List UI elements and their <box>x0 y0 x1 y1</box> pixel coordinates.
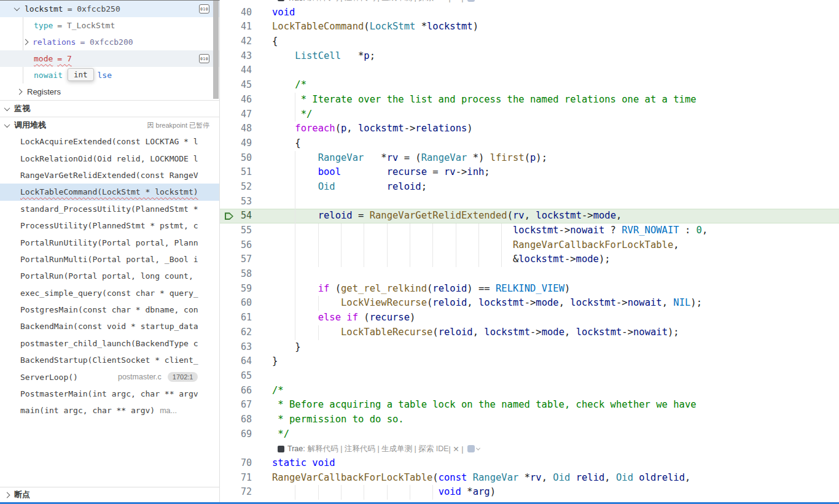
codelens-menu-icon[interactable] <box>467 0 475 2</box>
code-line[interactable]: 43 ListCell *p; <box>220 49 839 64</box>
variable-row[interactable]: relations= 0xfccb200 <box>0 34 219 50</box>
codelens-actions[interactable]: 解释代码 | 注释代码 | 生成单测 | 探索 IDE <box>308 444 449 454</box>
line-number: 72 <box>220 485 252 500</box>
code-line[interactable]: 53 <box>220 195 839 209</box>
chevron-down-icon[interactable] <box>14 5 20 11</box>
binary-view-icon[interactable]: 010 <box>199 54 209 63</box>
line-number: 69 <box>220 427 252 442</box>
code-text: /* <box>272 384 839 398</box>
line-number: 65 <box>220 369 252 384</box>
indent-guide <box>295 209 295 223</box>
callstack-frame[interactable]: BackendMain(const void * startup_data <box>0 318 219 335</box>
callstack-frame[interactable]: postmaster_child_launch(BackendType c <box>0 335 219 352</box>
code-line[interactable]: 46 * Iterate over the list and process t… <box>220 93 839 107</box>
code-line[interactable]: 58 <box>220 267 839 282</box>
code-line[interactable]: 67 * Before acquiring a table lock on th… <box>220 398 839 413</box>
code-line[interactable]: 56 RangeVarCallbackForLockTable, <box>220 238 839 253</box>
code-line[interactable]: 41LockTableCommand(LockStmt *lockstmt) <box>220 20 839 34</box>
code-line[interactable]: 63 } <box>220 340 839 355</box>
code-text: RangeVar *rv = (RangeVar *) lfirst(p); <box>272 151 839 166</box>
indent-guide <box>341 485 341 500</box>
code-line[interactable]: 70static void <box>220 456 839 471</box>
code-line[interactable]: 40void <box>220 6 839 20</box>
callstack-frame[interactable]: standard_ProcessUtility(PlannedStmt * <box>0 201 219 217</box>
registers-row[interactable]: Registers <box>0 83 219 100</box>
callstack-frame[interactable]: PortalRunMulti(Portal portal, _Bool i <box>0 251 219 268</box>
codelens-close-icon[interactable]: | ✕ | <box>449 0 464 2</box>
line-number: 45 <box>220 78 252 93</box>
callstack-frame[interactable]: main(int argc, char ** argv)ma... <box>0 402 219 419</box>
indent-guide <box>478 223 479 238</box>
watch-section-header[interactable]: 监视 <box>0 100 219 117</box>
indent-guide <box>456 238 456 253</box>
chevron-right-icon[interactable] <box>23 39 29 45</box>
callstack-frame[interactable]: LockTableCommand(LockStmt * lockstmt) <box>0 184 219 200</box>
callstack-frame[interactable]: ProcessUtility(PlannedStmt * pstmt, c <box>0 217 219 234</box>
code-line[interactable]: 54 reloid = RangeVarGetRelidExtended(rv,… <box>220 209 839 223</box>
callstack-section-header[interactable]: 调用堆栈 因 breakpoint 已暂停 <box>0 117 219 133</box>
code-line[interactable]: 68 * permission to do so. <box>220 413 839 427</box>
line-number: 58 <box>220 267 252 282</box>
code-line[interactable]: 48 foreach(p, lockstmt->relations) <box>220 122 839 136</box>
code-line[interactable]: 47 */ <box>220 107 839 122</box>
code-line[interactable]: 45 /* <box>220 78 839 93</box>
line-number: 51 <box>220 165 252 180</box>
line-number: 60 <box>220 296 252 311</box>
code-line[interactable]: 59 if (get_rel_relkind(reloid) == RELKIN… <box>220 282 839 297</box>
code-line[interactable]: 49 { <box>220 136 839 151</box>
callstack-frame[interactable]: BackendStartup(ClientSocket * client_ <box>0 352 219 368</box>
callstack-frame[interactable]: PortalRunUtility(Portal portal, Plann <box>0 234 219 250</box>
indent-guide <box>410 223 410 238</box>
frame-label: postmaster_child_launch(BackendType c <box>20 339 198 348</box>
code-line[interactable]: 51 bool recurse = rv->inh; <box>220 165 839 180</box>
code-line[interactable]: 57 &lockstmt->mode); <box>220 252 839 267</box>
indent-guide <box>295 93 295 107</box>
code-line[interactable]: 44 <box>220 63 839 78</box>
variable-row[interactable]: mode= 7010 <box>0 50 219 67</box>
variable-root-row[interactable]: lockstmt = 0xfccb250 010 <box>0 1 219 17</box>
trae-logo-icon <box>278 446 284 452</box>
codelens-close-icon[interactable]: | ✕ | <box>449 444 464 454</box>
code-editor[interactable]: Trae:解释代码 | 注释代码 | 生成单测 | 探索 IDE | ✕ |40… <box>220 0 839 504</box>
callstack-frame[interactable]: PostmasterMain(int argc, char ** argv <box>0 386 219 402</box>
code-line[interactable]: 61 else if (recurse) <box>220 311 839 325</box>
breakpoints-section-header[interactable]: 断点 <box>0 487 219 502</box>
chevron-down-icon[interactable] <box>475 446 480 450</box>
code-line[interactable]: 60 LockViewRecurse(reloid, lockstmt->mod… <box>220 296 839 311</box>
code-line[interactable]: 50 RangeVar *rv = (RangeVar *) lfirst(p)… <box>220 151 839 166</box>
codelens-menu-icon[interactable] <box>467 445 475 452</box>
variable-row[interactable]: nowaitintlse <box>0 67 219 83</box>
code-line[interactable]: 65 <box>220 369 839 384</box>
variable-value: = 0xfccb200 <box>80 37 133 47</box>
sidebar-scrollbar[interactable] <box>213 1 219 99</box>
code-line[interactable]: 42{ <box>220 34 839 49</box>
codelens-actions[interactable]: 解释代码 | 注释代码 | 生成单测 | 探索 IDE <box>308 0 449 3</box>
code-line[interactable]: 64} <box>220 354 839 369</box>
frame-label: BackendMain(const void * startup_data <box>20 322 198 331</box>
frame-label: ProcessUtility(PlannedStmt * pstmt, c <box>20 221 198 230</box>
variable-row[interactable]: type= T_LockStmt <box>0 17 219 34</box>
indent-guide <box>318 252 319 267</box>
line-number: 59 <box>220 282 252 297</box>
callstack-frame[interactable]: exec_simple_query(const char * query_ <box>0 285 219 301</box>
callstack-frame[interactable]: RangeVarGetRelidExtended(const RangeV <box>0 167 219 184</box>
indent-guide <box>364 238 364 253</box>
callstack-frame[interactable]: PostgresMain(const char * dbname, con <box>0 301 219 318</box>
callstack-frame-list: LockAcquireExtended(const LOCKTAG * lLoc… <box>0 133 219 419</box>
callstack-frame[interactable]: PortalRun(Portal portal, long count, <box>0 268 219 284</box>
callstack-frame[interactable]: LockRelationOid(Oid relid, LOCKMODE l <box>0 150 219 166</box>
code-line[interactable]: 62 LockTableRecurse(reloid, lockstmt->mo… <box>220 325 839 340</box>
code-line[interactable]: 66/* <box>220 384 839 398</box>
code-line[interactable]: 72 void *arg) <box>220 485 839 500</box>
variable-name: type <box>34 21 53 30</box>
callstack-frame[interactable]: ServerLoop()postmaster.c1702:1 <box>0 368 219 385</box>
code-line[interactable]: 69 */ <box>220 427 839 442</box>
indent-guide <box>364 252 364 267</box>
code-line[interactable]: 52 Oid reloid; <box>220 180 839 195</box>
line-number: 40 <box>220 6 252 20</box>
binary-view-icon[interactable]: 010 <box>199 4 209 14</box>
line-number: 42 <box>220 34 252 49</box>
code-line[interactable]: 71RangeVarCallbackForLockTable(const Ran… <box>220 471 839 486</box>
callstack-frame[interactable]: LockAcquireExtended(const LOCKTAG * l <box>0 133 219 150</box>
code-line[interactable]: 55 lockstmt->nowait ? RVR_NOWAIT : 0, <box>220 223 839 238</box>
